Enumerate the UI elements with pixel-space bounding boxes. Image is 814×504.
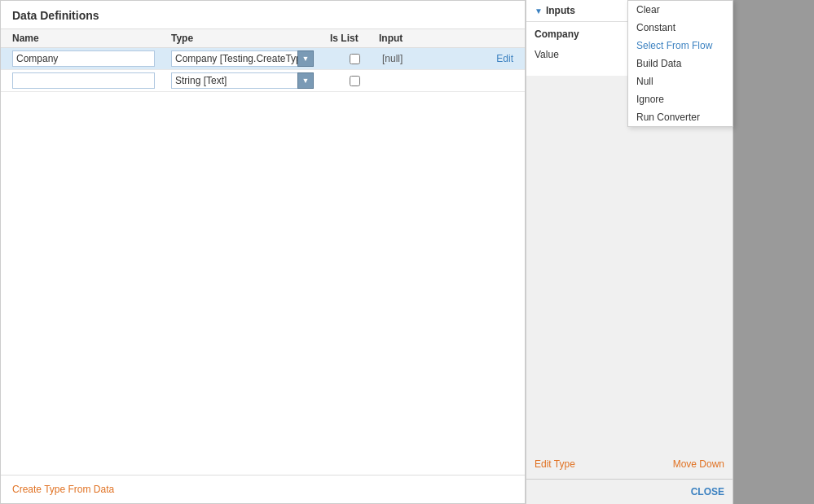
main-panel: Data Definitions Name Type Is List Input… xyxy=(0,0,526,504)
row1-type-dropdown-button[interactable]: ▼ xyxy=(297,50,314,67)
panel-close-bar: CLOSE xyxy=(526,479,733,504)
table-row: String [Text] ▼ xyxy=(1,70,525,92)
dropdown-item-constant[interactable]: Constant xyxy=(628,19,733,37)
row1-type-select[interactable]: Company [Testing.CreateTypeFrom xyxy=(171,50,314,67)
move-down-link[interactable]: Move Down xyxy=(673,458,724,470)
col-header-type: Type xyxy=(171,33,330,44)
dropdown-item-clear[interactable]: Clear xyxy=(628,1,733,19)
dropdown-item-build-data[interactable]: Build Data xyxy=(628,55,733,72)
row1-type-cell: Company [Testing.CreateTypeFrom ▼ xyxy=(171,50,330,67)
row1-input-value: [null] xyxy=(382,53,403,64)
row2-islist-cell xyxy=(330,76,379,86)
row2-type-select[interactable]: String [Text] xyxy=(171,72,314,89)
row2-name-input[interactable] xyxy=(12,72,155,89)
main-spacer xyxy=(1,92,525,475)
close-bottom-button[interactable]: CLOSE xyxy=(691,486,724,497)
table-header: Name Type Is List Input xyxy=(1,28,525,48)
dropdown-item-ignore[interactable]: Ignore xyxy=(628,90,733,108)
row1-input-cell: [null] Edit xyxy=(379,53,513,64)
row1-name-cell xyxy=(12,50,171,67)
row1-islist-cell xyxy=(330,54,379,64)
create-type-link[interactable]: Create Type From Data xyxy=(12,484,114,495)
row1-type-select-container: Company [Testing.CreateTypeFrom ▼ xyxy=(171,50,314,67)
main-bottom-bar: Create Type From Data xyxy=(1,475,525,503)
row2-islist-checkbox[interactable] xyxy=(350,76,360,86)
col-header-islist: Is List xyxy=(330,33,379,44)
row1-edit-link[interactable]: Edit xyxy=(496,53,513,64)
col-header-input: Input xyxy=(379,33,513,44)
row1-name-input[interactable] xyxy=(12,50,155,67)
dropdown-item-run-converter[interactable]: Run Converter xyxy=(628,108,733,126)
row1-islist-checkbox[interactable] xyxy=(350,54,360,64)
dropdown-menu: Clear Constant Select From Flow Build Da… xyxy=(627,0,733,127)
inputs-triangle-icon: ▼ xyxy=(535,7,543,15)
row2-type-cell: String [Text] ▼ xyxy=(171,72,330,89)
panel-bottom-actions: Edit Type Move Down xyxy=(526,454,733,475)
page-title: Data Definitions xyxy=(1,1,525,28)
value-label: Value xyxy=(535,49,559,60)
dropdown-item-null[interactable]: Null xyxy=(628,72,733,90)
table-row: Company [Testing.CreateTypeFrom ▼ [null]… xyxy=(1,48,525,70)
col-header-name: Name xyxy=(12,33,171,44)
dropdown-item-select-from-flow[interactable]: Select From Flow xyxy=(628,37,733,55)
row2-type-select-container: String [Text] ▼ xyxy=(171,72,314,89)
far-right-panel xyxy=(733,0,814,504)
row2-type-dropdown-button[interactable]: ▼ xyxy=(297,72,314,89)
row2-name-cell xyxy=(12,72,171,89)
edit-type-link[interactable]: Edit Type xyxy=(535,458,575,470)
company-label: Company xyxy=(535,28,579,40)
inputs-header-label: Inputs xyxy=(546,5,575,16)
